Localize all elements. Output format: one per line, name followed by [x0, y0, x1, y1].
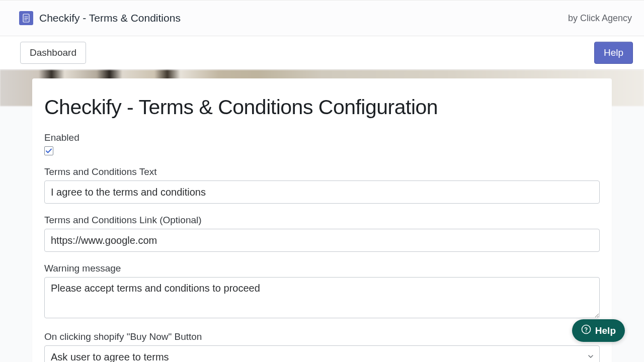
field-terms-link: Terms and Conditions Link (Optional)	[44, 215, 600, 252]
buy-now-label: On clicking shopify "Buy Now" Button	[44, 331, 600, 342]
help-circle-icon	[581, 324, 591, 337]
config-card: Checkify - Terms & Conditions Configurat…	[32, 78, 612, 362]
help-fab[interactable]: Help	[572, 319, 625, 342]
app-byline: by Click Agency	[568, 13, 632, 24]
field-terms-text: Terms and Conditions Text	[44, 166, 600, 204]
field-enabled: Enabled	[44, 132, 600, 155]
svg-point-2	[586, 331, 587, 332]
help-fab-label: Help	[595, 325, 616, 336]
enabled-label: Enabled	[44, 132, 600, 143]
svg-point-1	[582, 325, 590, 334]
terms-text-label: Terms and Conditions Text	[44, 166, 600, 177]
app-logo-icon	[19, 11, 33, 25]
page-title: Checkify - Terms & Conditions Configurat…	[44, 96, 600, 119]
dashboard-button[interactable]: Dashboard	[20, 42, 86, 64]
terms-link-label: Terms and Conditions Link (Optional)	[44, 215, 600, 226]
buy-now-select[interactable]: Ask user to agree to terms	[44, 345, 600, 362]
terms-text-input[interactable]	[44, 180, 600, 204]
field-buy-now: On clicking shopify "Buy Now" Button Ask…	[44, 331, 600, 362]
app-title: Checkify - Terms & Conditions	[39, 12, 181, 24]
enabled-checkbox[interactable]	[44, 146, 53, 155]
app-header: Checkify - Terms & Conditions by Click A…	[0, 0, 644, 36]
field-warning: Warning message	[44, 263, 600, 320]
help-button[interactable]: Help	[594, 42, 633, 64]
warning-textarea[interactable]	[44, 277, 600, 318]
app-navbar: Dashboard Help	[0, 36, 644, 70]
terms-link-input[interactable]	[44, 229, 600, 252]
app-header-left: Checkify - Terms & Conditions	[19, 11, 181, 25]
warning-label: Warning message	[44, 263, 600, 274]
